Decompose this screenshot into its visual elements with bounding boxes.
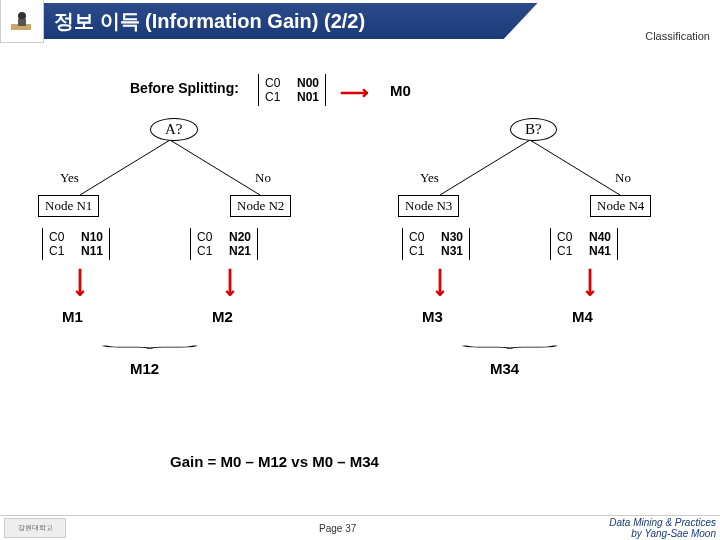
svg-rect-2 [18,19,26,26]
table-n2: C0N20 C1N21 [190,228,258,260]
arrow-down-icon: ⟶ [579,268,603,297]
category-label: Classification [645,30,710,42]
decision-node-b: B? [510,118,557,141]
svg-point-1 [18,12,26,20]
svg-line-3 [80,140,170,195]
brace-icon: ⏟ [102,332,198,350]
m4-label: M4 [572,308,593,325]
slide-content: Before Splitting: C0N00 C1N01 ⟶ M0 A? Ye… [0,50,720,510]
table-n4: C0N40 C1N41 [550,228,618,260]
course-info: Data Mining & Practices by Yang-Sae Moon [609,517,716,539]
node-n4: Node N4 [590,195,651,217]
slide-footer: 강원대학교 Page 37 Data Mining & Practices by… [0,515,720,540]
root-class-table: C0N00 C1N01 [258,74,326,106]
branch-yes-a: Yes [60,170,79,186]
m34-label: M34 [490,360,519,377]
arrow-down-icon: ⟶ [219,268,243,297]
slide-title: 정보 이득 (Information Gain) (2/2) [44,3,720,39]
before-splitting-label: Before Splitting: [130,80,239,96]
table-n3: C0N30 C1N31 [402,228,470,260]
svg-line-4 [170,140,260,195]
branch-no-b: No [615,170,631,186]
table-n1: C0N10 C1N11 [42,228,110,260]
arrow-down-icon: ⟶ [429,268,453,297]
m2-label: M2 [212,308,233,325]
m0-label: M0 [390,82,411,99]
arrow-down-icon: ⟶ [69,268,93,297]
svg-line-5 [440,140,530,195]
m3-label: M3 [422,308,443,325]
gain-formula: Gain = M0 – M12 vs M0 – M34 [170,453,379,470]
slide-header: 정보 이득 (Information Gain) (2/2) Classific… [0,0,720,42]
svg-line-6 [530,140,620,195]
arrow-right-icon: ⟶ [340,80,369,104]
branch-no-a: No [255,170,271,186]
branch-yes-b: Yes [420,170,439,186]
node-n1: Node N1 [38,195,99,217]
decision-node-a: A? [150,118,198,141]
header-icon [0,0,44,43]
node-n3: Node N3 [398,195,459,217]
brace-icon: ⏟ [462,332,558,350]
university-logo: 강원대학교 [4,518,66,538]
m12-label: M12 [130,360,159,377]
m1-label: M1 [62,308,83,325]
node-n2: Node N2 [230,195,291,217]
page-number: Page 37 [319,523,356,534]
